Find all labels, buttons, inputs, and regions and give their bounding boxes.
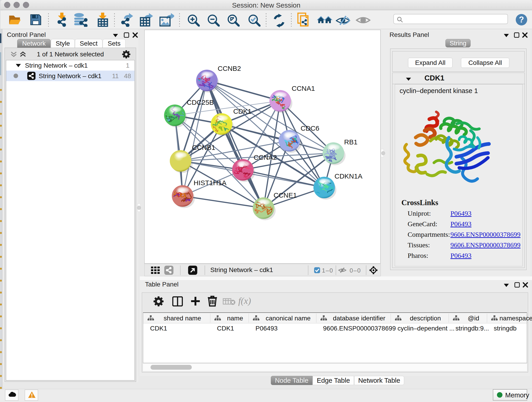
svg-text:CDC25B: CDC25B — [187, 99, 214, 106]
svg-text:CDK1: CDK1 — [233, 108, 252, 115]
svg-text:CCNA2: CCNA2 — [254, 153, 277, 161]
svg-text:CDC6: CDC6 — [301, 124, 319, 132]
svg-text:RB1: RB1 — [344, 138, 357, 146]
svg-text:CCNA1: CCNA1 — [292, 85, 315, 92]
svg-text:CCNB2: CCNB2 — [218, 65, 241, 72]
svg-text:?: ? — [519, 15, 524, 24]
svg-text:CDKN1A: CDKN1A — [335, 172, 362, 180]
svg-text:CCNB1: CCNB1 — [192, 144, 215, 151]
svg-text:CCNE1: CCNE1 — [273, 191, 297, 199]
svg-text:HIST1H1A: HIST1H1A — [194, 179, 226, 186]
